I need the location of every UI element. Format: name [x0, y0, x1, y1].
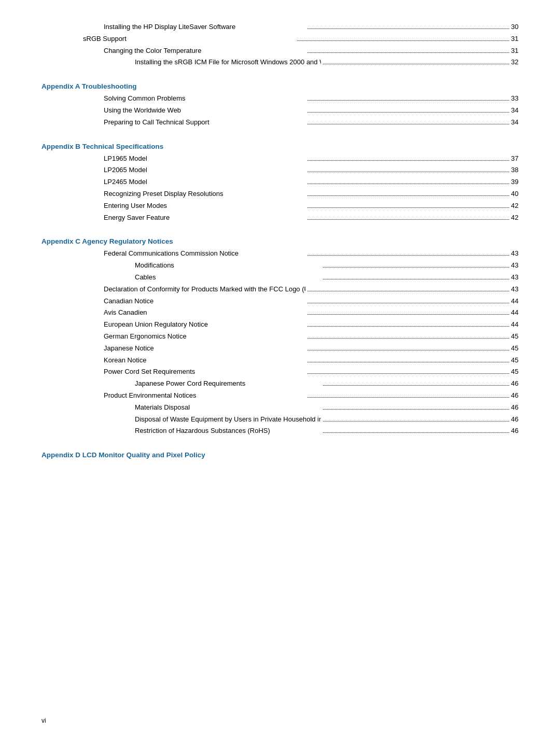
toc-entry-web: Using the Worldwide Web 34 [41, 105, 519, 116]
page-num: 31 [511, 34, 519, 45]
dots [307, 100, 509, 101]
dots [323, 64, 509, 64]
dots [307, 362, 509, 362]
dots [307, 52, 509, 53]
dots [323, 421, 509, 421]
page-num: 34 [511, 117, 519, 128]
dots [307, 326, 509, 327]
page-num: 31 [511, 46, 519, 57]
dots [307, 303, 509, 303]
page-num: 45 [511, 367, 519, 377]
entry-text: Using the Worldwide Web [104, 105, 305, 116]
appendix-b-heading[interactable]: Appendix B Technical Specifications [41, 143, 519, 150]
dots [323, 432, 509, 433]
toc-entry-energy-saver: Energy Saver Feature 42 [41, 213, 519, 223]
dots [307, 172, 509, 172]
dots [307, 338, 509, 339]
entry-text: Korean Notice [104, 355, 305, 366]
page-num: 46 [511, 390, 519, 401]
toc-entry-srgb-icm: Installing the sRGB ICM File for Microso… [41, 57, 519, 68]
page-num: 40 [511, 189, 519, 200]
appendix-b-section: Appendix B Technical Specifications LP19… [41, 143, 519, 223]
entry-text: Recognizing Preset Display Resolutions [104, 189, 305, 200]
dots [307, 255, 509, 256]
toc-entry-color-temp: Changing the Color Temperature 31 [41, 46, 519, 57]
entry-text: Installing the HP Display LiteSaver Soft… [104, 22, 305, 33]
dots [307, 291, 509, 291]
entry-text: LP1965 Model [104, 153, 305, 164]
appendix-a-heading[interactable]: Appendix A Troubleshooting [41, 82, 519, 90]
toc-entry-japanese: Japanese Notice 45 [41, 343, 519, 354]
entry-text: Restriction of Hazardous Substances (RoH… [135, 426, 321, 437]
page-num: 30 [511, 22, 519, 33]
dots [307, 373, 509, 374]
dots [297, 40, 509, 41]
page-num: 44 [511, 296, 519, 307]
page-num: 43 [511, 248, 519, 259]
entry-text: Japanese Notice [104, 343, 305, 354]
entry-text: Disposal of Waste Equipment by Users in … [135, 414, 321, 425]
toc-entry-fcc: Federal Communications Commission Notice… [41, 248, 519, 259]
entry-text: Japanese Power Cord Requirements [135, 378, 321, 389]
toc-entry-tech-support: Preparing to Call Technical Support 34 [41, 117, 519, 128]
appendix-d-section: Appendix D LCD Monitor Quality and Pixel… [41, 451, 519, 459]
entry-text: Energy Saver Feature [104, 213, 305, 223]
entry-text: European Union Regulatory Notice [104, 319, 305, 330]
page-num: 45 [511, 343, 519, 354]
page-num: 34 [511, 105, 519, 116]
top-section: Installing the HP Display LiteSaver Soft… [41, 22, 519, 68]
page-num: 37 [511, 153, 519, 164]
page-num: 45 [511, 355, 519, 366]
entry-text: Canadian Notice [104, 296, 305, 307]
toc-entry-eu-notice: European Union Regulatory Notice 44 [41, 319, 519, 330]
page-num: 43 [511, 260, 519, 271]
toc-entry-disposal: Disposal of Waste Equipment by Users in … [41, 414, 519, 425]
page-num: 45 [511, 331, 519, 342]
toc-entry-litesaver: Installing the HP Display LiteSaver Soft… [41, 22, 519, 33]
toc-entry-power-cord: Power Cord Set Requirements 45 [41, 367, 519, 377]
appendix-d-heading[interactable]: Appendix D LCD Monitor Quality and Pixel… [41, 451, 519, 459]
toc-entry-avis: Avis Canadien 44 [41, 307, 519, 318]
page-number: vi [41, 717, 46, 724]
toc-entry-materials: Materials Disposal 46 [41, 402, 519, 413]
entry-text: LP2465 Model [104, 177, 305, 188]
toc-entry-environmental: Product Environmental Notices 46 [41, 390, 519, 401]
entry-text: Materials Disposal [135, 402, 321, 413]
entry-text: Solving Common Problems [104, 93, 305, 104]
page-num: 46 [511, 378, 519, 389]
page-num: 43 [511, 272, 519, 283]
dots [307, 350, 509, 350]
dots [307, 184, 509, 184]
page-num: 44 [511, 319, 519, 330]
toc-entry-cables: Cables 43 [41, 272, 519, 283]
toc-entry-declaration: Declaration of Conformity for Products M… [41, 284, 519, 295]
toc-entry-lp2065: LP2065 Model 38 [41, 165, 519, 176]
entry-text: Installing the sRGB ICM File for Microso… [135, 57, 321, 68]
toc-entry-german: German Ergonomics Notice 45 [41, 331, 519, 342]
page-num: 46 [511, 426, 519, 437]
entry-text: Federal Communications Commission Notice [104, 248, 305, 259]
page-num: 43 [511, 284, 519, 295]
dots [323, 385, 509, 386]
toc-entry-korean: Korean Notice 45 [41, 355, 519, 366]
appendix-c-section: Appendix C Agency Regulatory Notices Fed… [41, 237, 519, 437]
toc-entry-canadian: Canadian Notice 44 [41, 296, 519, 307]
entry-text: Power Cord Set Requirements [104, 367, 305, 377]
dots [307, 314, 509, 315]
appendix-a-section: Appendix A Troubleshooting Solving Commo… [41, 82, 519, 128]
entry-text: Cables [135, 272, 321, 283]
toc-entry-rohs: Restriction of Hazardous Substances (RoH… [41, 426, 519, 437]
page-num: 33 [511, 93, 519, 104]
dots [307, 207, 509, 208]
toc-entry-solving: Solving Common Problems 33 [41, 93, 519, 104]
appendix-c-heading[interactable]: Appendix C Agency Regulatory Notices [41, 237, 519, 245]
entry-text: Preparing to Call Technical Support [104, 117, 305, 128]
page-num: 42 [511, 201, 519, 212]
toc-entry-lp2465: LP2465 Model 39 [41, 177, 519, 188]
page-num: 46 [511, 414, 519, 425]
toc-entry-srgb: sRGB Support 31 [41, 34, 519, 45]
entry-text: sRGB Support [83, 34, 295, 45]
page-footer: vi [41, 717, 46, 724]
page-num: 44 [511, 307, 519, 318]
dots [307, 124, 509, 124]
